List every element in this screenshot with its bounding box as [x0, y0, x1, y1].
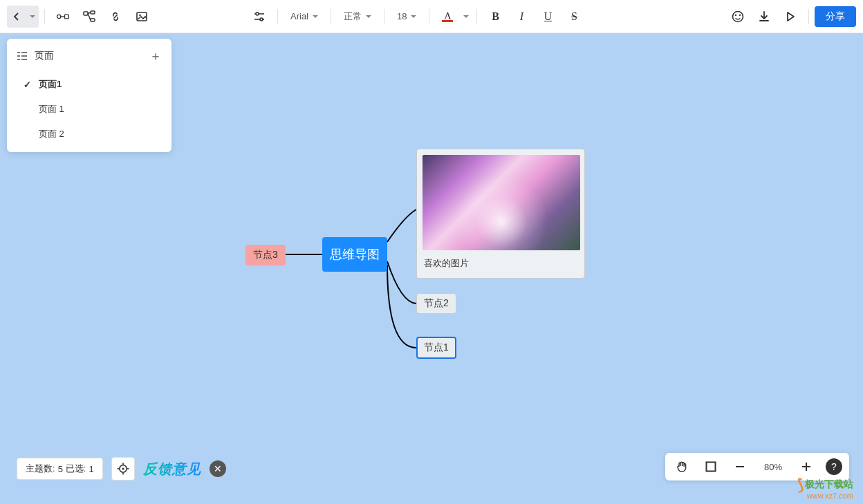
node-link-icon[interactable] — [50, 4, 75, 29]
separator — [331, 9, 331, 24]
topics-label: 主题数: — [26, 463, 55, 475]
font-color-button[interactable]: A — [435, 4, 460, 29]
status-bar-left: 主题数: 5 已选: 1 反馈意见 ✕ — [17, 457, 226, 480]
image-thumbnail — [423, 155, 580, 250]
svg-point-13 — [735, 14, 736, 15]
page-item-active[interactable]: ✓ 页面1 — [7, 72, 171, 97]
check-icon: ✓ — [22, 80, 32, 90]
pages-list: ✓ 页面1 页面 1 页面 2 — [7, 69, 171, 147]
theme-icon[interactable] — [725, 4, 750, 29]
bold-button[interactable]: B — [483, 4, 508, 29]
feedback-label[interactable]: 反馈意见 — [143, 460, 201, 478]
separator — [476, 9, 477, 24]
main-toolbar: Arial 正常 18 A B I U S 分享 — [0, 0, 863, 33]
selected-label: 已选: — [66, 463, 86, 475]
status-pill: 主题数: 5 已选: 1 — [17, 458, 103, 480]
page-item-label: 页面 2 — [39, 128, 64, 140]
play-icon[interactable] — [778, 4, 803, 29]
feedback-close-icon[interactable]: ✕ — [210, 460, 226, 477]
pages-panel-title: 页面 — [35, 50, 142, 62]
node-2[interactable]: 节点2 — [416, 293, 456, 314]
list-icon — [17, 51, 28, 61]
zoom-bar: 80% ? — [665, 453, 849, 480]
selected-count: 1 — [89, 464, 93, 474]
svg-point-12 — [733, 11, 743, 21]
node-1-selected[interactable]: 节点1 — [416, 337, 456, 359]
page-item[interactable]: 页面 1 — [7, 97, 171, 122]
settings-icon[interactable] — [247, 4, 272, 29]
font-size-dropdown[interactable]: 18 — [390, 4, 423, 29]
font-size-label: 18 — [397, 11, 407, 21]
help-button[interactable]: ? — [826, 458, 842, 475]
caret-icon — [366, 15, 371, 18]
locate-button[interactable] — [111, 457, 135, 480]
separator — [808, 9, 809, 24]
separator — [44, 9, 45, 24]
central-node[interactable]: 思维导图 — [322, 237, 387, 272]
link-icon[interactable] — [103, 4, 128, 29]
font-family-dropdown[interactable]: Arial — [284, 4, 325, 29]
svg-point-0 — [57, 15, 61, 18]
image-caption: 喜欢的图片 — [423, 256, 579, 272]
svg-point-14 — [739, 14, 741, 15]
pages-panel-header: 页面 ＋ — [7, 44, 171, 69]
font-family-label: Arial — [290, 11, 308, 21]
node-3[interactable]: 节点3 — [245, 245, 286, 265]
underline-button[interactable]: U — [535, 4, 560, 29]
strikethrough-button[interactable]: S — [562, 4, 586, 29]
zoom-in-button[interactable] — [797, 457, 816, 476]
svg-point-9 — [256, 12, 259, 15]
font-color-dropdown[interactable] — [461, 4, 471, 29]
back-button-group — [7, 6, 39, 28]
add-page-button[interactable]: ＋ — [149, 50, 162, 62]
zoom-level: 80% — [759, 462, 787, 472]
text-style-dropdown[interactable]: 正常 — [337, 4, 378, 29]
svg-rect-3 — [84, 12, 88, 15]
pages-panel: 页面 ＋ ✓ 页面1 页面 1 页面 2 — [7, 39, 171, 152]
caret-icon — [411, 15, 416, 18]
share-button[interactable]: 分享 — [815, 6, 856, 27]
page-item-label: 页面 1 — [39, 103, 64, 115]
page-item-label: 页面1 — [39, 78, 62, 91]
italic-button[interactable]: I — [509, 4, 534, 29]
pan-hand-icon[interactable] — [672, 457, 692, 476]
svg-rect-27 — [707, 463, 716, 472]
text-style-label: 正常 — [344, 10, 362, 23]
svg-rect-5 — [91, 19, 95, 21]
caret-icon — [313, 15, 318, 18]
svg-point-11 — [260, 18, 263, 21]
separator — [277, 9, 278, 24]
separator — [429, 9, 429, 24]
topics-count: 5 — [58, 464, 63, 474]
separator — [384, 9, 384, 24]
zoom-out-button[interactable] — [730, 457, 750, 476]
back-button[interactable] — [7, 6, 26, 28]
svg-point-7 — [139, 14, 141, 16]
svg-rect-4 — [91, 11, 95, 14]
svg-point-22 — [122, 467, 124, 469]
fit-screen-icon[interactable] — [701, 457, 721, 476]
back-dropdown[interactable] — [26, 6, 39, 28]
structure-icon[interactable] — [77, 4, 102, 29]
download-icon[interactable] — [752, 4, 777, 29]
image-node[interactable]: 喜欢的图片 — [416, 149, 585, 279]
svg-rect-2 — [65, 15, 69, 19]
image-icon[interactable] — [129, 4, 154, 29]
page-item[interactable]: 页面 2 — [7, 122, 171, 147]
